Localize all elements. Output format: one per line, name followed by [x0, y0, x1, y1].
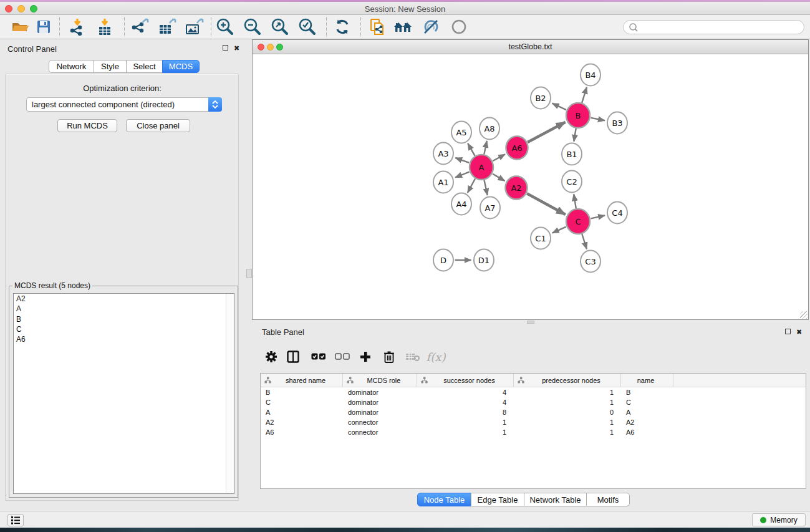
control-panel-float-button[interactable] [223, 44, 228, 52]
graph-edge-C-C4[interactable] [591, 215, 605, 218]
tab-node-table[interactable]: Node Table [417, 493, 471, 506]
graph-edge-B-B4[interactable] [582, 87, 587, 103]
tab-network[interactable]: Network [49, 60, 94, 73]
table-cell: 1 [417, 427, 514, 437]
network-canvas[interactable]: B4B2BB3A5A8A6A3B1AA1C2A2A4A7C4CC1C3DD1 [253, 55, 808, 319]
mcds-result-item[interactable]: A6 [14, 334, 234, 344]
clone-network-button[interactable] [366, 17, 388, 37]
home-view-button[interactable] [392, 17, 415, 37]
tab-network-table[interactable]: Network Table [524, 493, 587, 506]
graph-node-label: C3 [585, 257, 595, 266]
function-builder-button[interactable]: f(x) [426, 347, 446, 367]
mcds-result-scrollbar[interactable] [226, 294, 234, 493]
tab-edge-table[interactable]: Edge Table [471, 493, 524, 506]
graph-edge-A-A1[interactable] [455, 172, 469, 178]
graph-edge-A-A8[interactable] [484, 141, 487, 154]
mcds-result-item[interactable]: A [14, 304, 234, 314]
mcds-result-title: MCDS result (5 nodes) [12, 281, 92, 290]
graph-edge-A-A5[interactable] [468, 143, 475, 156]
close-panel-button[interactable]: Close panel [126, 119, 190, 132]
refresh-layout-button[interactable] [331, 17, 354, 37]
graph-node-label: C4 [612, 208, 622, 218]
deselect-all-button[interactable] [332, 347, 352, 367]
graph-node-label: B3 [612, 118, 622, 128]
column-header-name[interactable]: name [621, 374, 673, 387]
column-visibility-button[interactable] [283, 347, 303, 367]
table-panel-float-button[interactable] [785, 328, 791, 336]
table-cell: A6 [261, 427, 343, 437]
table-row[interactable]: A6connector11A6 [261, 427, 806, 437]
tab-style[interactable]: Style [94, 60, 127, 73]
graph-edge-A-A3[interactable] [455, 158, 469, 163]
hide-details-icon [422, 18, 440, 36]
graph-edge-C-C1[interactable] [552, 227, 566, 233]
tab-motifs[interactable]: Motifs [586, 493, 630, 506]
graph-edge-A-A6[interactable] [493, 154, 505, 161]
mcds-result-item[interactable]: B [14, 314, 234, 324]
save-session-button[interactable] [32, 17, 55, 37]
graph-edge-B-B3[interactable] [591, 118, 605, 120]
node-table: shared nameMCDS rolesuccessor nodesprede… [260, 373, 806, 489]
criterion-dropdown[interactable]: largest connected component (directed) [26, 97, 222, 112]
graph-edge-A-A7[interactable] [484, 180, 487, 196]
tab-mcds[interactable]: MCDS [162, 60, 200, 73]
search-icon [627, 22, 644, 32]
select-all-button[interactable] [309, 347, 329, 367]
export-image-button[interactable] [183, 17, 205, 37]
zoom-selected-button[interactable] [296, 17, 319, 37]
horizontal-splitter-handle[interactable] [527, 321, 534, 324]
resize-grip[interactable] [800, 311, 808, 319]
graph-edge-C-C3[interactable] [582, 234, 587, 249]
settings-gear-button[interactable] [261, 347, 281, 367]
network-close-button[interactable] [258, 44, 264, 51]
table-row[interactable]: Adominator80A [261, 407, 806, 417]
import-network-button[interactable] [66, 17, 89, 37]
memory-button[interactable]: Memory [752, 513, 806, 526]
tab-select[interactable]: Select [126, 60, 163, 73]
graph-edge-B-B1[interactable] [574, 128, 576, 142]
control-panel-close-button[interactable]: ✖ [234, 44, 239, 52]
graph-node-label: C2 [566, 177, 577, 186]
export-network-icon [131, 17, 151, 36]
minimize-window-button[interactable] [17, 5, 25, 12]
table-row[interactable]: Cdominator41C [261, 397, 806, 407]
delete-row-button[interactable] [379, 347, 399, 367]
search-input[interactable] [644, 23, 804, 32]
graph-node-label: A8 [484, 124, 494, 133]
mcds-result-item[interactable]: C [14, 324, 234, 334]
graph-edge-A-A2[interactable] [493, 174, 504, 181]
add-row-button[interactable] [355, 347, 375, 367]
open-session-button[interactable] [9, 17, 31, 37]
hide-graphics-details-button[interactable] [420, 17, 442, 37]
column-header-successor-nodes[interactable]: successor nodes [417, 374, 514, 387]
zoom-window-button[interactable] [30, 5, 37, 12]
task-history-button[interactable] [7, 514, 24, 526]
export-network-button[interactable] [130, 17, 152, 37]
vertical-splitter-handle[interactable] [246, 269, 252, 278]
zoom-fit-button[interactable] [269, 17, 291, 37]
column-header-MCDS-role[interactable]: MCDS role [343, 374, 417, 387]
network-minimize-button[interactable] [267, 44, 274, 51]
network-window-title: testGlobe.txt [253, 42, 808, 51]
delete-table-button[interactable] [403, 347, 423, 367]
column-header-predecessor-nodes[interactable]: predecessor nodes [514, 374, 621, 387]
network-zoom-button[interactable] [276, 44, 283, 51]
zoom-out-button[interactable] [241, 17, 264, 37]
export-table-button[interactable] [156, 17, 178, 37]
table-panel-close-button[interactable]: ✖ [796, 328, 802, 336]
table-row[interactable]: A2connector11A2 [261, 417, 806, 427]
graph-edge-A2-C[interactable] [527, 193, 566, 215]
mcds-result-item[interactable]: A2 [14, 294, 234, 304]
table-row[interactable]: Bdominator41B [261, 387, 806, 397]
graph-edge-B-B2[interactable] [552, 104, 566, 110]
column-header-shared-name[interactable]: shared name [261, 374, 343, 387]
graph-edge-A-A4[interactable] [468, 179, 475, 193]
close-window-button[interactable] [5, 5, 12, 12]
graph-edge-A6-B[interactable] [528, 122, 566, 142]
graph-edge-C-C2[interactable] [574, 194, 576, 208]
run-mcds-button[interactable]: Run MCDS [57, 119, 117, 132]
import-table-button[interactable] [94, 17, 116, 37]
zoom-in-button[interactable] [214, 17, 236, 37]
search-field[interactable] [623, 20, 804, 34]
show-graphics-details-button[interactable] [448, 17, 470, 37]
